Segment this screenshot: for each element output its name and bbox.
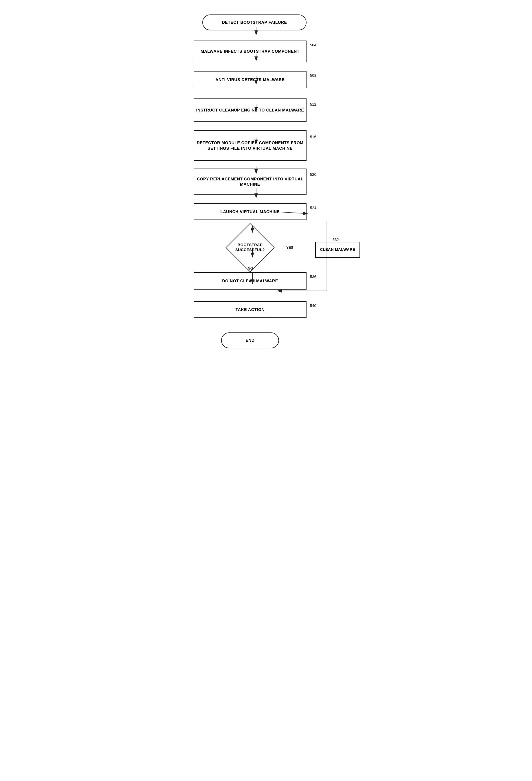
node-clean-malware: CLEAN MALWARE <box>315 242 360 258</box>
no-label: NO <box>248 266 253 271</box>
node-end: END <box>221 332 279 348</box>
ref-520: 520 <box>310 172 316 177</box>
node-launch-vm: LAUNCH VIRTUAL MACHINE <box>194 203 307 220</box>
node-copy-replacement: COPY REPLACEMENT COMPONENT INTO VIRTUAL … <box>194 169 307 195</box>
ref-532: 532 <box>332 238 339 242</box>
node-instruct-cleanup: INSTRUCT CLEANUP ENGINE TO CLEAN MALWARE <box>194 98 307 122</box>
ref-536: 536 <box>310 275 316 279</box>
ref-508: 508 <box>310 73 316 78</box>
ref-524: 524 <box>310 206 316 210</box>
flowchart-container: DETECT BOOTSTRAP FAILURE 504 MALWARE INF… <box>165 6 367 307</box>
node-do-not-clean: DO NOT CLEAN MALWARE <box>194 272 307 290</box>
node-bootstrap-check: BOOTSTRAP SUCCESSFUL? <box>218 232 282 263</box>
ref-516: 516 <box>310 135 316 139</box>
ref-504: 504 <box>310 43 316 47</box>
ref-512: 512 <box>310 102 316 107</box>
node-detector-module: DETECTOR MODULE COPIES COMPONENTS FROM S… <box>194 130 307 161</box>
ref-540: 540 <box>310 303 316 308</box>
node-antivirus: ANTI-VIRUS DETECTS MALWARE <box>194 71 307 88</box>
node-malware-infects: MALWARE INFECTS BOOTSTRAP COMPONENT <box>194 41 307 62</box>
node-detect-bootstrap-failure: DETECT BOOTSTRAP FAILURE <box>202 14 307 30</box>
yes-label: YES <box>286 246 293 250</box>
node-take-action: TAKE ACTION <box>194 301 307 318</box>
